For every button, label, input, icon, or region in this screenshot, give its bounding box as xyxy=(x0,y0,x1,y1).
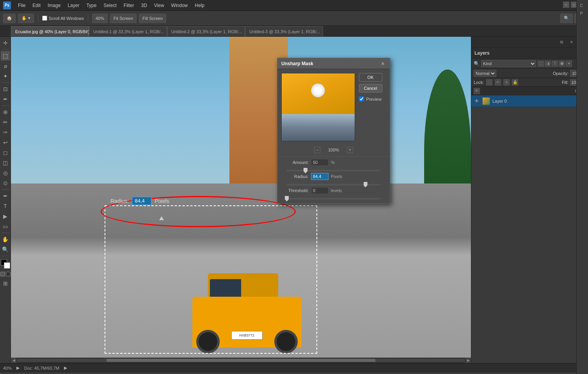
menu-select[interactable]: Select xyxy=(100,1,119,10)
filter-pixel-btn[interactable]: ⬚ xyxy=(538,61,544,67)
filter-adjustment-btn[interactable]: ◑ xyxy=(545,61,551,67)
zoom-tool[interactable]: 🔍 xyxy=(1,245,10,254)
tab-untitled3-close[interactable]: × xyxy=(322,29,323,34)
zoom-out-button[interactable]: − xyxy=(314,147,320,153)
h-scroll-thumb[interactable] xyxy=(107,359,375,362)
blend-mode-select[interactable]: Normal xyxy=(474,70,496,77)
tool-separator-6 xyxy=(2,256,9,256)
tab-untitled1-label: Untitled-1 @ 33,3% (Layer 1, RGB/... xyxy=(93,29,164,34)
blur-tool[interactable]: ◎ xyxy=(1,168,10,178)
right-area: ⧉ ≡ ⌒ Layers ≡ 🔍 Kind ⬚ ◑ xyxy=(471,37,588,363)
standard-mode-button[interactable] xyxy=(6,272,11,276)
h-scroll-right[interactable]: ▶ xyxy=(465,358,471,363)
preview-checkbox[interactable] xyxy=(359,96,364,102)
menu-view[interactable]: View xyxy=(151,1,167,10)
tab-untitled3[interactable]: Untitled-3 @ 33,3% (Layer 1, RGB/... × xyxy=(245,26,323,36)
screen-mode-button[interactable]: ⊞ xyxy=(1,279,10,288)
eraser-tool[interactable]: ◻ xyxy=(1,148,10,157)
pen-tool[interactable]: ✒ xyxy=(1,191,10,201)
scroll-all-input[interactable] xyxy=(42,16,47,21)
filter-shape-btn[interactable]: ⬟ xyxy=(559,61,565,67)
tab-untitled1[interactable]: Untitled-1 @ 33,3% (Layer 1, RGB/... × xyxy=(89,26,167,36)
crop-tool[interactable]: ⊡ xyxy=(1,84,10,94)
menu-window[interactable]: Window xyxy=(168,1,191,10)
radius-input[interactable]: 84,4 xyxy=(311,173,329,180)
background-color[interactable] xyxy=(4,262,10,269)
scroll-all-checkbox[interactable]: Scroll All Windows xyxy=(42,16,84,21)
menu-file[interactable]: File xyxy=(15,1,28,10)
preview-bottom xyxy=(282,114,355,141)
layer-eye-icon[interactable]: 👁 xyxy=(474,98,480,104)
lock-image-btn[interactable]: ✏ xyxy=(495,79,501,85)
layer-item-0[interactable]: 👁 Layer 0 xyxy=(471,95,588,107)
amount-slider-thumb[interactable] xyxy=(304,168,307,173)
path-selection-tool[interactable]: ▶ xyxy=(1,212,10,221)
zoom-in-button[interactable]: + xyxy=(347,147,353,153)
threshold-slider[interactable] xyxy=(281,197,386,201)
menu-filter[interactable]: Filter xyxy=(121,1,137,10)
fit-screen-button[interactable]: Fit Screen xyxy=(110,14,137,23)
shape-tool[interactable]: ▭ xyxy=(1,222,10,231)
clone-stamp-tool[interactable]: ✑ xyxy=(1,128,10,137)
channels-icon[interactable]: ≡ xyxy=(567,37,576,47)
channels-panel-btn[interactable]: C xyxy=(577,2,586,9)
fill-screen-button[interactable]: Fill Screen xyxy=(139,14,166,23)
type-tool[interactable]: T xyxy=(1,201,10,211)
ok-button[interactable]: OK xyxy=(359,73,382,82)
eyedropper-tool[interactable]: ✒ xyxy=(1,94,10,104)
hand-tool-options[interactable]: ✋ ▾ xyxy=(18,14,34,23)
color-swatches[interactable] xyxy=(1,259,10,269)
menu-3d[interactable]: 3D xyxy=(138,1,150,10)
lock-position-btn[interactable]: ✛ xyxy=(503,79,510,85)
brush-tool[interactable]: ✏ xyxy=(1,118,10,127)
status-bar: 40% ▶ Doc: 45,7M/60,7M ▶ xyxy=(0,363,588,372)
zoom-level-button[interactable]: 40% xyxy=(92,14,108,23)
h-scroll-track[interactable] xyxy=(17,359,465,362)
visibility-filter-btn[interactable]: 👁 xyxy=(474,88,480,94)
dodge-tool[interactable]: ⊙ xyxy=(1,178,10,188)
preview-checkbox-container: Preview xyxy=(359,96,386,102)
lock-transparent-btn[interactable]: ⬚ xyxy=(486,79,492,85)
menu-image[interactable]: Image xyxy=(44,1,64,10)
menu-help[interactable]: Help xyxy=(192,1,208,10)
menu-layer[interactable]: Layer xyxy=(64,1,82,10)
preview-orb xyxy=(311,84,325,97)
radius-slider[interactable] xyxy=(281,183,386,187)
dialog-buttons: OK Cancel Preview xyxy=(359,69,390,145)
radius-slider-thumb[interactable] xyxy=(364,182,368,187)
amount-slider[interactable] xyxy=(281,169,386,173)
filter-smart-btn[interactable]: ✦ xyxy=(566,61,572,67)
dialog-close-button[interactable]: × xyxy=(380,61,386,67)
kind-select[interactable]: Kind xyxy=(481,60,536,67)
menu-edit[interactable]: Edit xyxy=(29,1,44,10)
tab-untitled2[interactable]: Untitled-2 @ 33,3% (Layer 1, RGB/... × xyxy=(167,26,245,36)
doc-size-status: Doc: 45,7M/60,7M xyxy=(24,366,59,370)
healing-brush-tool[interactable]: ⊕ xyxy=(1,107,10,117)
search-button[interactable]: 🔍 xyxy=(560,14,573,23)
magic-wand-tool[interactable]: ✦ xyxy=(1,71,10,81)
rectangular-marquee-tool[interactable]: ⬚ xyxy=(1,51,10,61)
paths-panel-btn[interactable]: P xyxy=(577,9,586,17)
h-scroll-left[interactable]: ◀ xyxy=(11,358,16,363)
filter-type-btn[interactable]: T xyxy=(552,61,558,67)
tab-ecuador[interactable]: Ecuador.jpg @ 40% (Layer 0, RGB/8#) × xyxy=(11,26,89,36)
home-button[interactable]: 🏠 xyxy=(3,14,16,23)
amount-input[interactable]: 50 xyxy=(311,159,329,166)
quick-mask-button[interactable] xyxy=(0,272,5,276)
gradient-tool[interactable]: ◫ xyxy=(1,158,10,167)
layers-panel-icon[interactable]: ⧉ xyxy=(557,37,566,47)
cancel-button[interactable]: Cancel xyxy=(359,84,382,93)
horizontal-scrollbar[interactable]: ◀ ▶ xyxy=(11,358,471,363)
dialog-title: Unsharp Mask xyxy=(281,61,313,66)
threshold-slider-thumb[interactable] xyxy=(285,196,289,201)
history-brush-tool[interactable]: ↩ xyxy=(1,138,10,147)
lock-all-btn[interactable]: 🔒 xyxy=(512,79,518,85)
lasso-tool[interactable]: ⌀ xyxy=(1,61,10,71)
move-tool[interactable]: ✛ xyxy=(1,38,10,48)
minimize-button[interactable]: − xyxy=(563,2,569,8)
dialog-content: OK Cancel Preview xyxy=(277,69,390,145)
amount-label: Amount: xyxy=(281,160,309,165)
threshold-input[interactable]: 0 xyxy=(311,187,329,194)
menu-type[interactable]: Type xyxy=(83,1,99,10)
hand-tool[interactable]: ✋ xyxy=(1,235,10,244)
